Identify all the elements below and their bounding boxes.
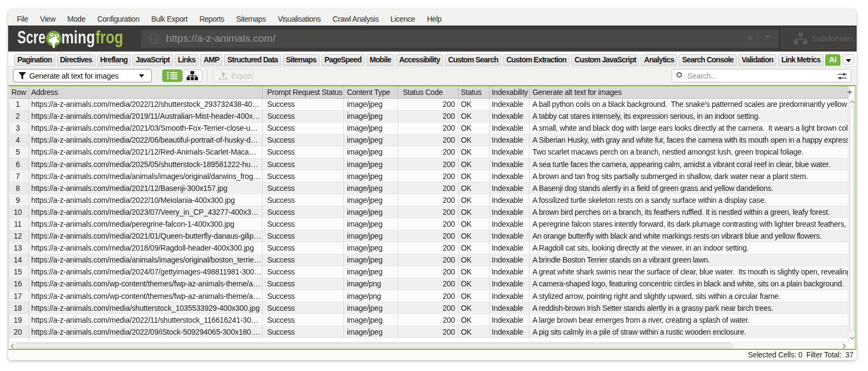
- svg-text:frog: frog: [95, 27, 123, 47]
- svg-text:ming: ming: [61, 27, 95, 47]
- svg-text:Scre: Scre: [17, 27, 46, 47]
